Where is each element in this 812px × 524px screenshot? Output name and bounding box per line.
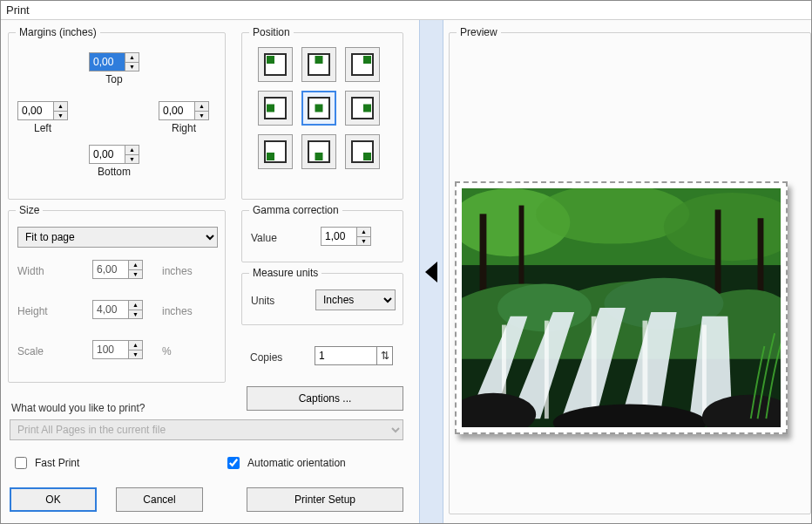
size-height-input[interactable]: [93, 301, 128, 318]
copies-input[interactable]: [315, 347, 376, 364]
margin-right-down[interactable]: ▼: [195, 112, 208, 120]
position-ml[interactable]: [258, 91, 293, 126]
margin-bottom-label: Bottom: [89, 166, 139, 178]
position-legend: Position: [249, 26, 294, 38]
cancel-button[interactable]: Cancel: [116, 487, 203, 512]
margin-top-down[interactable]: ▼: [125, 63, 139, 71]
margin-right-up[interactable]: ▲: [195, 102, 208, 112]
auto-orient-label: Automatic orientation: [247, 457, 346, 469]
copies-label: Copies: [250, 351, 282, 364]
position-tr[interactable]: [345, 47, 380, 82]
print-what-label: What would you like to print?: [11, 402, 145, 414]
copies-spin[interactable]: ⇅: [315, 346, 393, 365]
size-width-up[interactable]: ▲: [129, 261, 142, 270]
svg-rect-17: [545, 321, 549, 419]
margins-group: Margins (inches) ▲ ▼ Top: [8, 32, 226, 200]
margin-top-label: Top: [89, 73, 139, 85]
position-mc[interactable]: [301, 91, 336, 126]
units-label: Units: [251, 295, 274, 307]
fast-print-label: Fast Print: [35, 457, 79, 469]
size-group: Size Fit to page Width ▲ ▼: [8, 210, 226, 383]
size-width-input[interactable]: [93, 261, 128, 278]
printer-setup-button[interactable]: Printer Setup: [247, 487, 403, 512]
size-width-unit: inches: [162, 265, 193, 277]
position-tc[interactable]: [301, 47, 336, 82]
margin-top-input[interactable]: [90, 53, 125, 71]
fast-print-checkbox[interactable]: Fast Print: [11, 454, 79, 472]
size-height-unit: inches: [162, 305, 193, 317]
size-height-label: Height: [17, 305, 48, 317]
splitter[interactable]: [419, 20, 443, 523]
auto-orient-input[interactable]: [227, 457, 240, 469]
size-legend: Size: [16, 204, 43, 216]
position-br[interactable]: [345, 134, 380, 169]
size-scale-down[interactable]: ▼: [129, 350, 142, 359]
size-scale-label: Scale: [17, 345, 44, 357]
position-bl[interactable]: [258, 134, 293, 169]
preview-group: Preview: [449, 32, 811, 514]
print-dialog: Print Margins (inches) ▲ ▼ Top: [0, 0, 812, 524]
margin-left-input[interactable]: [18, 102, 53, 119]
print-what-select[interactable]: Print All Pages in the current file: [10, 419, 403, 440]
position-tl[interactable]: [258, 47, 293, 82]
size-width-spin[interactable]: ▲ ▼: [92, 260, 143, 279]
margin-top-spin[interactable]: ▲ ▼: [89, 52, 139, 71]
position-bc[interactable]: [301, 134, 336, 169]
margin-left-spin[interactable]: ▲ ▼: [17, 101, 68, 120]
units-group: Measure units Units Inches: [241, 273, 403, 325]
margin-bottom-down[interactable]: ▼: [125, 155, 139, 164]
margin-left-up[interactable]: ▲: [54, 102, 67, 112]
preview-image: [462, 188, 781, 427]
margin-right-input[interactable]: [159, 102, 194, 119]
size-width-label: Width: [17, 265, 44, 277]
svg-rect-18: [592, 316, 597, 419]
size-scale-input[interactable]: [93, 341, 128, 358]
position-group: Position: [241, 32, 403, 200]
margin-top-up[interactable]: ▲: [125, 53, 139, 63]
copies-updown-icon[interactable]: ⇅: [376, 347, 392, 364]
units-select[interactable]: Inches: [315, 289, 396, 310]
right-pane: Preview: [443, 20, 811, 523]
gamma-down[interactable]: ▼: [357, 237, 370, 246]
margin-left-label: Left: [17, 122, 68, 134]
size-mode-select[interactable]: Fit to page: [17, 227, 218, 248]
left-pane: Margins (inches) ▲ ▼ Top: [1, 20, 419, 523]
svg-rect-19: [642, 321, 647, 419]
gamma-legend: Gamma correction: [249, 204, 342, 216]
margin-right-label: Right: [159, 122, 209, 134]
captions-button[interactable]: Captions ...: [247, 386, 403, 411]
preview-legend: Preview: [457, 26, 501, 38]
margin-bottom-up[interactable]: ▲: [125, 146, 139, 155]
gamma-up[interactable]: ▲: [357, 228, 370, 237]
size-width-down[interactable]: ▼: [129, 270, 142, 279]
gamma-input[interactable]: [321, 228, 356, 245]
margins-legend: Margins (inches): [16, 26, 100, 38]
margin-left-down[interactable]: ▼: [54, 112, 67, 120]
ok-button[interactable]: OK: [10, 487, 97, 512]
margin-bottom-input[interactable]: [90, 146, 125, 163]
size-scale-up[interactable]: ▲: [129, 341, 142, 350]
size-scale-unit: %: [162, 345, 172, 357]
units-legend: Measure units: [249, 267, 321, 279]
auto-orient-checkbox[interactable]: Automatic orientation: [224, 454, 346, 472]
size-height-up[interactable]: ▲: [129, 301, 142, 310]
gamma-group: Gamma correction Value ▲ ▼: [241, 210, 403, 262]
gamma-value-label: Value: [251, 232, 277, 244]
position-mr[interactable]: [345, 91, 380, 126]
window-title: Print: [1, 1, 811, 20]
margin-bottom-spin[interactable]: ▲ ▼: [89, 145, 139, 164]
size-scale-spin[interactable]: ▲ ▼: [92, 340, 143, 359]
svg-rect-20: [702, 325, 707, 419]
gamma-spin[interactable]: ▲ ▼: [321, 227, 371, 246]
preview-page: [455, 181, 788, 434]
size-height-down[interactable]: ▼: [129, 310, 142, 319]
position-grid: [242, 33, 403, 169]
fast-print-input[interactable]: [15, 457, 27, 469]
size-height-spin[interactable]: ▲ ▼: [92, 300, 143, 319]
margin-right-spin[interactable]: ▲ ▼: [159, 101, 209, 120]
collapse-arrow-icon: [425, 262, 437, 282]
